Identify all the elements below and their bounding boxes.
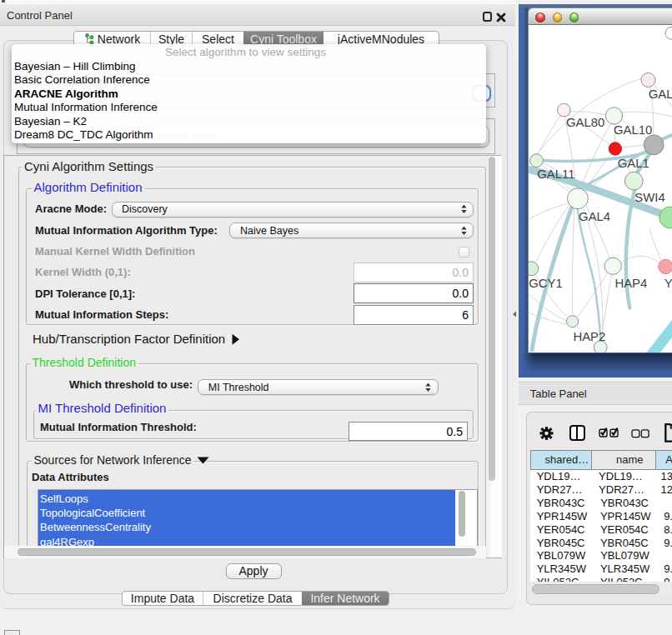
svg-text:SWI4: SWI4 bbox=[635, 192, 665, 205]
svg-text:HAP2: HAP2 bbox=[574, 330, 606, 343]
svg-text:GAL7: GAL7 bbox=[649, 88, 672, 102]
svg-text:YN: YN bbox=[664, 277, 672, 290]
svg-text:GAL1: GAL1 bbox=[618, 157, 649, 170]
svg-text:GCY1: GCY1 bbox=[529, 277, 563, 290]
svg-text:HAP4: HAP4 bbox=[615, 277, 648, 290]
svg-text:GAL11: GAL11 bbox=[537, 168, 574, 181]
svg-text:GAL4: GAL4 bbox=[579, 210, 610, 223]
svg-text:GAL80: GAL80 bbox=[566, 117, 604, 130]
svg-text:GAL10: GAL10 bbox=[614, 123, 652, 137]
